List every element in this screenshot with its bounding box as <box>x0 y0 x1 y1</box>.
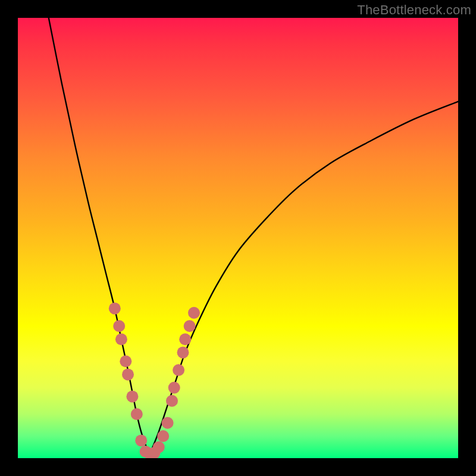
curve-marker <box>188 307 200 319</box>
curve-marker <box>153 441 165 453</box>
left-curve <box>49 18 150 454</box>
curve-marker <box>120 355 131 367</box>
curve-marker <box>135 434 147 446</box>
curve-marker <box>115 333 127 345</box>
curve-marker <box>126 390 138 402</box>
bottleneck-chart <box>18 18 458 458</box>
curve-marker <box>179 333 191 345</box>
curve-marker <box>166 395 178 407</box>
curve-markers <box>109 302 200 458</box>
curve-marker <box>113 320 125 332</box>
curve-marker <box>177 346 189 358</box>
curve-marker <box>162 417 174 429</box>
curve-marker <box>168 382 180 394</box>
right-curve <box>150 102 458 454</box>
watermark-text: TheBottleneck.com <box>357 2 471 18</box>
curve-marker <box>109 302 121 314</box>
curve-marker <box>173 364 184 376</box>
curve-marker <box>157 430 169 442</box>
curve-marker <box>122 368 134 380</box>
curve-marker <box>184 320 196 332</box>
curve-marker <box>131 408 143 420</box>
